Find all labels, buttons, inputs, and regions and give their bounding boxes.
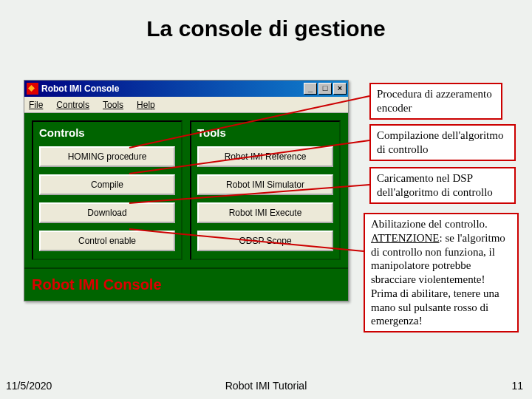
menubar: File Controls Tools Help [24,97,348,113]
titlebar: Robot IMI Console _ □ × [24,81,348,97]
compile-button[interactable]: Compile [39,174,175,195]
homing-button[interactable]: HOMING procedure [39,146,175,167]
footer-page: 11 [511,380,523,392]
menu-file[interactable]: File [29,100,43,110]
callout-download: Caricamento nel DSP dell'algoritmo di co… [369,167,516,204]
slide-title: La console di gestione [0,16,532,41]
footer-title: Robot IMI Tutorial [0,380,532,392]
callout-enable: Abilitazione del controllo. ATTENZIONE: … [364,213,519,332]
panel-body: Controls HOMING procedure Compile Downlo… [24,113,348,267]
menu-help[interactable]: Help [137,100,155,110]
console-footer-label: Robot IMI Console [24,267,348,301]
maximize-button[interactable]: □ [318,83,332,95]
callout-compile: Compilazione dell'algoritmo di controllo [369,124,516,161]
tools-group-title: Tools [197,126,333,139]
menu-tools[interactable]: Tools [103,100,123,110]
window-title: Robot IMI Console [41,83,302,94]
minimize-button[interactable]: _ [304,83,317,95]
control-enable-button[interactable]: Control enable [39,231,175,251]
menu-controls[interactable]: Controls [56,100,89,110]
app-window: Robot IMI Console _ □ × File Controls To… [24,80,349,301]
app-icon [27,83,38,95]
simulator-button[interactable]: Robot IMI Simulator [197,174,333,195]
close-button[interactable]: × [333,83,347,95]
controls-group-title: Controls [39,126,175,139]
reference-button[interactable]: Robot IMI Reference [197,146,333,167]
odsp-scope-button[interactable]: ODSP Scope [197,231,333,251]
controls-group: Controls HOMING procedure Compile Downlo… [32,120,183,260]
download-button[interactable]: Download [39,202,175,223]
callout-homing: Procedura di azzeramento encoder [369,83,502,120]
execute-button[interactable]: Robot IMI Execute [197,202,333,223]
tools-group: Tools Robot IMI Reference Robot IMI Simu… [190,120,341,260]
titlebar-buttons: _ □ × [302,83,347,95]
